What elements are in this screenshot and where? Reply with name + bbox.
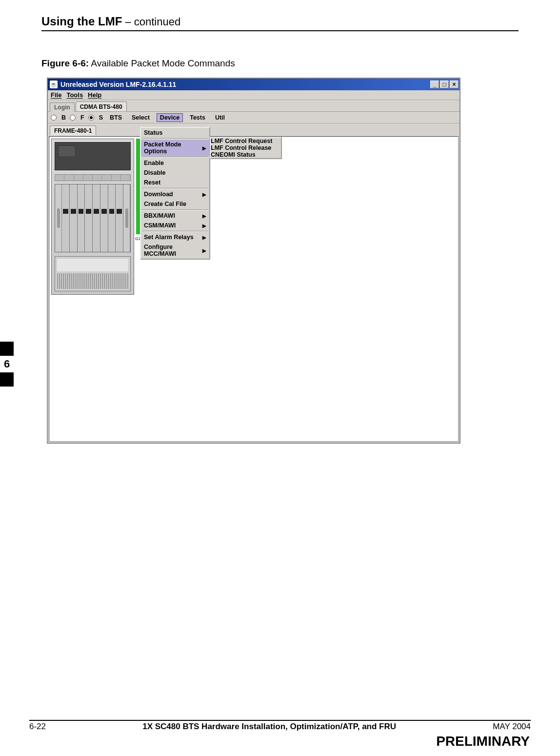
minimize-button[interactable]: _ <box>430 81 439 88</box>
menu-tools[interactable]: Tools <box>66 91 83 99</box>
radio-s[interactable] <box>88 115 94 121</box>
chevron-right-icon: ▶ <box>202 213 206 219</box>
titlebar: ☕ Unreleased Version LMF-2.16.4.1.11 _ □… <box>48 79 460 90</box>
section-continued: – continued <box>122 16 180 28</box>
toolbar-device[interactable]: Device <box>157 113 183 122</box>
menu-bbx-mawi[interactable]: BBX/MAWI▶ <box>141 211 209 221</box>
footer-date: MAY 2004 <box>493 722 531 732</box>
chevron-right-icon: ▶ <box>202 192 206 197</box>
menu-file[interactable]: File <box>51 91 61 99</box>
chapter-tab: 6 <box>0 342 14 387</box>
app-window: ☕ Unreleased Version LMF-2.16.4.1.11 _ □… <box>47 78 460 444</box>
toolbar-tests[interactable]: Tests <box>187 114 208 122</box>
chevron-right-icon: ▶ <box>202 248 206 253</box>
footer-page-number: 6-22 <box>29 722 46 732</box>
tab-row-frame: FRAME-480-1 <box>48 123 460 135</box>
header-rule <box>41 30 519 31</box>
menu-disable[interactable]: Disable <box>141 168 209 178</box>
figure-caption: Figure 6-6: Available Packet Mode Comman… <box>41 58 531 69</box>
packet-mode-submenu: LMF Control Request LMF Control Release … <box>210 137 282 159</box>
page-footer: 6-22 1X SC480 BTS Hardware Installation,… <box>29 720 531 749</box>
submenu-lmf-control-release[interactable]: LMF Control Release <box>211 144 281 151</box>
tab-cdma-bts[interactable]: CDMA BTS-480 <box>76 102 127 111</box>
menu-enable[interactable]: Enable <box>141 158 209 168</box>
window-title: Unreleased Version LMF-2.16.4.1.11 <box>60 81 176 88</box>
submenu-lmf-control-request[interactable]: LMF Control Request <box>211 138 281 144</box>
menubar: File Tools Help <box>48 90 460 100</box>
close-button[interactable]: × <box>450 81 459 88</box>
footer-doc-title: 1X SC480 BTS Hardware Installation, Opti… <box>142 722 396 732</box>
maximize-button[interactable]: □ <box>440 81 449 88</box>
java-icon: ☕ <box>50 81 58 88</box>
status-bar-green <box>136 139 140 234</box>
menu-packet-mode-options[interactable]: Packet Mode Options▶ <box>141 140 209 156</box>
radio-f[interactable] <box>70 115 76 121</box>
figure-label: Figure 6-6: <box>41 58 89 68</box>
chevron-right-icon: ▶ <box>202 235 206 240</box>
toolbar: B F S BTS Select Device Tests Util <box>48 112 460 123</box>
menu-configure-mcc-mawi[interactable]: Configure MCC/MAWI▶ <box>141 242 209 259</box>
footer-status: PRELIMINARY <box>29 734 530 749</box>
menu-reset[interactable]: Reset <box>141 178 209 187</box>
tab-frame-480-1[interactable]: FRAME-480-1 <box>50 125 96 135</box>
menu-csm-mawi[interactable]: CSM/MAWI▶ <box>141 221 209 230</box>
toolbar-select[interactable]: Select <box>129 114 153 122</box>
section-header: Using the LMF – continued <box>41 15 531 28</box>
label-b: B <box>61 114 66 121</box>
footer-rule <box>29 720 531 721</box>
menu-status[interactable]: Status <box>141 128 209 138</box>
label-s: S <box>99 114 103 121</box>
chevron-right-icon: ▶ <box>202 145 206 151</box>
submenu-cneomi-status[interactable]: CNEOMI Status <box>211 151 281 158</box>
equipment-rack[interactable] <box>51 139 134 295</box>
tab-login[interactable]: Login <box>50 102 75 112</box>
chapter-number: 6 <box>0 356 14 372</box>
radio-b[interactable] <box>51 115 57 121</box>
menu-create-cal-file[interactable]: Create Cal File <box>141 199 209 209</box>
figure-text: Available Packet Mode Commands <box>89 58 235 68</box>
chevron-right-icon: ▶ <box>202 223 206 228</box>
menu-help[interactable]: Help <box>88 91 101 99</box>
toolbar-util[interactable]: Util <box>212 114 228 122</box>
device-menu: Status Packet Mode Options▶ Enable Disab… <box>140 127 210 260</box>
content-pane: GLI3 MCC BBX Status Packet Mode Options▶… <box>49 136 459 442</box>
menu-set-alarm-relays[interactable]: Set Alarm Relays▶ <box>141 232 209 242</box>
tab-row-main: Login CDMA BTS-480 <box>48 100 460 112</box>
label-f: F <box>80 114 84 121</box>
toolbar-bts[interactable]: BTS <box>107 114 125 122</box>
section-title: Using the LMF <box>41 15 122 28</box>
menu-download[interactable]: Download▶ <box>141 189 209 199</box>
